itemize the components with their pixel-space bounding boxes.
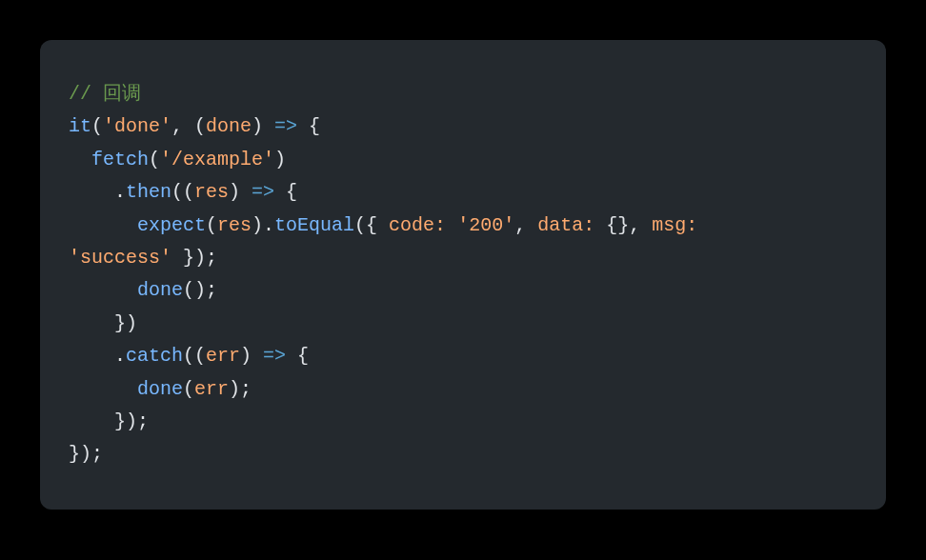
method-then: then	[126, 181, 171, 203]
prop-msg: msg:	[652, 214, 697, 236]
param-done: done	[206, 115, 252, 137]
method-toEqual: toEqual	[274, 214, 354, 236]
fn-done-err: done	[137, 378, 183, 400]
code-block: // 回调 it('done', (done) => { fetch('/exa…	[40, 40, 886, 510]
method-catch: catch	[126, 345, 183, 367]
param-err: err	[206, 345, 240, 367]
prop-code: code:	[389, 214, 446, 236]
done-arg-err: err	[194, 378, 229, 400]
param-res: res	[194, 181, 229, 203]
expect-arg-res: res	[217, 214, 252, 236]
str-url: '/example'	[160, 149, 274, 170]
fn-expect: expect	[137, 214, 206, 236]
str-success: 'success'	[69, 247, 171, 269]
fn-it: it	[69, 115, 91, 137]
str-200: '200'	[457, 214, 514, 236]
fn-fetch: fetch	[91, 149, 149, 170]
fn-done-call: done	[137, 279, 183, 301]
str-done: 'done'	[103, 115, 171, 137]
prop-data: data:	[537, 214, 594, 236]
comment-line: // 回调	[69, 83, 141, 105]
